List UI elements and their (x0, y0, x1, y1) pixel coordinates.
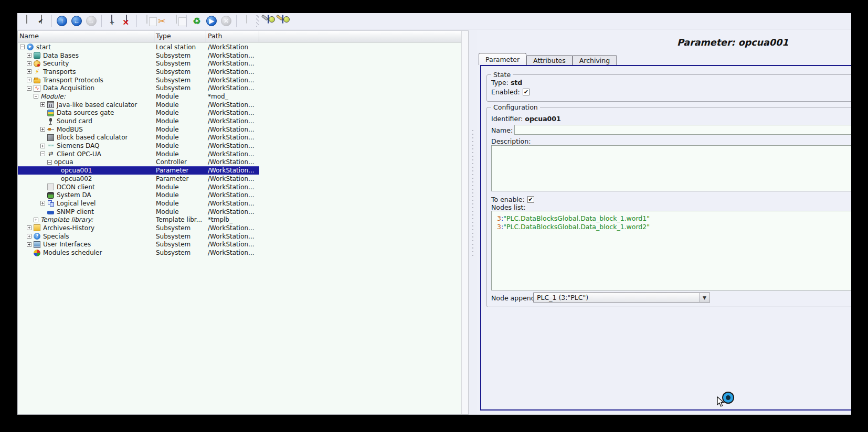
tree-row-data-bases[interactable]: Data BasesSubsystem/WorkStation... (18, 51, 259, 60)
expand-icon[interactable] (40, 127, 45, 132)
clock-edit-button[interactable] (276, 14, 290, 28)
collapse-icon[interactable] (47, 160, 52, 165)
tree-row-opcua002[interactable]: opcua002Parameter/WorkStation... (18, 175, 259, 183)
cut-item-button[interactable]: ✂ (155, 14, 168, 28)
tree-item-path: /WorkStation... (206, 175, 259, 182)
collapse-icon[interactable] (40, 152, 45, 156)
tree-row-security[interactable]: SecuritySubsystem/WorkStation... (18, 59, 259, 68)
tree-row-opcua[interactable]: opcuaController/WorkStation... (18, 158, 259, 167)
tree-header: Name Type Path (18, 31, 462, 42)
tree-rows: ▶startLocal station/WorkStationData Base… (18, 43, 259, 257)
tree-row-module[interactable]: Module:Module*mod_ (18, 92, 259, 101)
name-input[interactable] (514, 125, 851, 135)
tree-row-opcua001[interactable]: opcua001Parameter/WorkStation... (18, 166, 259, 175)
tree-row-sound-card[interactable]: Sound cardModule/WorkStation... (18, 117, 259, 125)
add-item-button[interactable]: + (105, 14, 119, 28)
tree-item-path: /WorkStation... (206, 150, 259, 158)
tree-row-dcon-client[interactable]: DCON clientModule/WorkStation... (18, 183, 259, 191)
tree-item-label: Client OPC-UA (57, 150, 101, 158)
tree-item-type: Subsystem (154, 84, 206, 92)
tab-attributes[interactable]: Attributes (526, 55, 573, 65)
tree-row-snmp-client[interactable]: SNMP clientModule/WorkStation... (18, 208, 259, 216)
tab-parameter[interactable]: Parameter (479, 53, 526, 65)
tree-item-type: Module (154, 191, 206, 199)
tree-item-path: /WorkStation... (206, 241, 259, 248)
gate-icon (47, 110, 54, 116)
tree-row-template-library[interactable]: Template library:Template libr...*tmplb_ (18, 215, 259, 224)
tree-row-client-opc-ua[interactable]: ⇄Client OPC-UAModule/WorkStation... (18, 150, 259, 158)
collapse-icon[interactable] (20, 45, 25, 49)
node-append-label: Node append: (491, 294, 537, 302)
expand-icon[interactable] (27, 234, 31, 239)
start-updating-button[interactable]: ▶ (205, 14, 218, 28)
collapse-icon[interactable] (27, 86, 31, 91)
tree-item-path: /WorkStation... (206, 101, 259, 109)
save-to-db-button[interactable]: ✔ (35, 14, 48, 28)
tree-scrollbar[interactable] (461, 31, 468, 414)
tree-row-data-acquisition[interactable]: ∿Data AcquisitionSubsystem/WorkStation..… (18, 84, 259, 92)
expand-icon[interactable] (27, 69, 31, 74)
tree-row-java-like-based-calculator[interactable]: Java-like based calculatorModule/WorkSta… (18, 101, 259, 109)
delete-item-button[interactable]: ✕ (120, 14, 133, 28)
tree-row-modbus[interactable]: ModBUSModule/WorkStation... (18, 125, 259, 134)
tree-row-logical-level[interactable]: Logical levelModule/WorkStation... (18, 199, 259, 208)
tree-item-path: /WorkStation... (206, 60, 259, 67)
tree-header-type[interactable]: Type (154, 31, 206, 42)
expand-icon[interactable] (27, 225, 31, 230)
tree-header-path[interactable]: Path (206, 31, 259, 42)
tree-header-name[interactable]: Name (18, 31, 154, 42)
splitter[interactable] (469, 30, 477, 415)
nodes-list-editor[interactable]: 3:"PLC.DataBlocksGlobal.Data_block_1.wor… (491, 211, 851, 290)
tree-item-path: /WorkStation... (206, 134, 259, 141)
tree-row-siemens-daq[interactable]: ≈≈Siemens DAQModule/WorkStation... (18, 142, 259, 150)
tree-item-path: /WorkStation... (206, 84, 259, 92)
tree-item-type: Module (154, 101, 206, 109)
start-icon: ▶ (27, 44, 34, 50)
stop-updating-button: ✕ (219, 14, 233, 28)
toolbar-separator (236, 15, 237, 27)
daq-icon: ∿ (34, 85, 40, 92)
toolbar-drag-handle[interactable] (256, 15, 259, 27)
tree-row-modules-scheduler[interactable]: Modules schedulerSubsystem/WorkStation..… (18, 249, 259, 257)
tree-row-specials[interactable]: ?SpecialsSubsystem/WorkStation... (18, 232, 259, 241)
expand-icon[interactable] (27, 61, 31, 66)
to-enable-checkbox[interactable] (527, 196, 534, 203)
tree-item-type: Module (154, 93, 206, 100)
description-textarea[interactable] (491, 145, 851, 191)
dcon-icon (47, 183, 54, 190)
collapse-icon[interactable] (34, 94, 38, 99)
node-append-combobox[interactable]: PLC_1 (3:"PLC") ▼ (533, 292, 710, 303)
up-level-button[interactable]: ↑ (55, 14, 69, 28)
tree-row-transports[interactable]: ⚡TransportsSubsystem/WorkStation... (18, 68, 259, 76)
tree-row-start[interactable]: ▶startLocal station/WorkStation (18, 43, 259, 51)
tree-item-type: Module (154, 126, 206, 133)
expand-icon[interactable] (40, 201, 45, 206)
refresh-button[interactable]: ♻ (190, 14, 204, 28)
expand-icon[interactable] (40, 144, 45, 148)
load-from-db-button[interactable] (20, 14, 34, 28)
tree-row-user-interfaces[interactable]: User InterfacesSubsystem/WorkStation... (18, 241, 259, 249)
refresh-icon: ♻ (191, 15, 203, 27)
expand-icon[interactable] (34, 218, 38, 222)
parameter-tab-content: State Type: std Enabled: Configuration I… (480, 65, 851, 411)
expand-icon[interactable] (27, 242, 31, 247)
clock-wrench-button[interactable] (261, 14, 275, 28)
clock2-icon (277, 15, 289, 27)
tab-archiving[interactable]: Archiving (573, 55, 617, 65)
tree-item-path: /WorkStation... (206, 183, 259, 191)
tree-row-system-da[interactable]: System DAModule/WorkStation... (18, 191, 259, 199)
tree-row-transport-protocols[interactable]: Transport ProtocolsSubsystem/WorkStation… (18, 76, 259, 84)
back-button[interactable]: ← (70, 14, 83, 28)
page-title: Parameter: opcua001 (677, 37, 834, 48)
expand-icon[interactable] (40, 102, 45, 107)
tree-row-data-sources-gate[interactable]: Data sources gateModule/WorkStation... (18, 109, 259, 117)
chevron-down-icon[interactable]: ▼ (700, 293, 709, 302)
tree-item-type: Subsystem (154, 60, 206, 67)
toolbar-separator (136, 15, 137, 27)
tree-row-archives-history[interactable]: Archives-HistorySubsystem/WorkStation... (18, 224, 259, 232)
expand-icon[interactable] (27, 53, 31, 58)
enabled-checkbox[interactable] (523, 89, 530, 95)
expand-icon[interactable] (27, 78, 31, 82)
tree-item-type: Template libr... (154, 216, 206, 223)
tree-row-block-based-calculator[interactable]: Block based calculatorModule/WorkStation… (18, 134, 259, 142)
